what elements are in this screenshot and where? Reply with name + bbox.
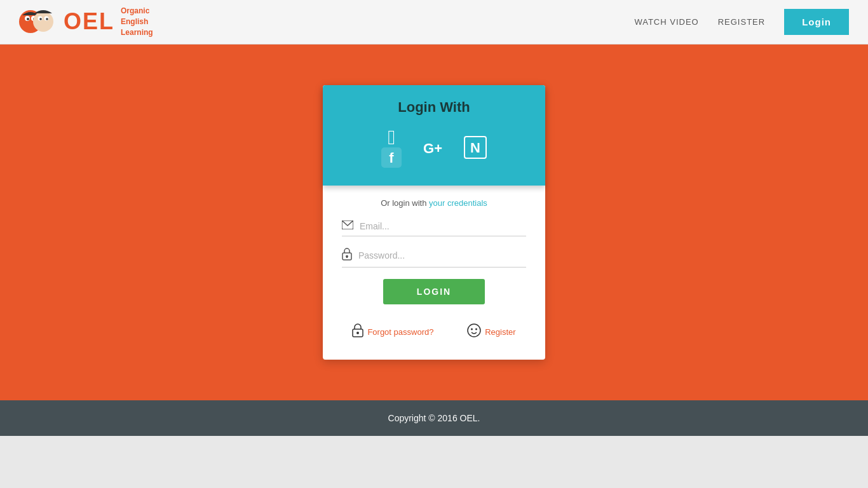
- password-input-row: [342, 248, 526, 268]
- logo-area: OEL Organic English Learning: [19, 6, 153, 37]
- page-footer: Copyright © 2016 OEL.: [0, 400, 868, 436]
- social-header: Login With  f G+: [323, 85, 545, 186]
- lock-icon: [342, 248, 352, 263]
- nav-right: WATCH VIDEO REGISTER Login: [634, 9, 849, 35]
- logo-tagline: Organic English Learning: [121, 6, 153, 37]
- register-link-text: Register: [485, 327, 515, 337]
- facebook-login-button[interactable]:  f: [381, 127, 402, 168]
- watch-video-link[interactable]: WATCH VIDEO: [634, 17, 698, 27]
- social-login-title: Login With: [336, 99, 532, 116]
- login-submit-button[interactable]: LOGIN: [383, 279, 485, 304]
- card-footer-links: Forgot password? Register: [323, 311, 545, 341]
- avatar-icon: [467, 323, 481, 341]
- svg-point-21: [468, 324, 480, 337]
- header: OEL Organic English Learning WATCH VIDEO…: [0, 0, 868, 44]
- copyright-text: Copyright © 2016 OEL.: [388, 413, 480, 423]
- svg-text:N: N: [470, 140, 480, 156]
- credentials-section: Or login with your credentials: [323, 186, 545, 311]
- logo-icon: [19, 6, 57, 37]
- register-link-card[interactable]: Register: [467, 323, 515, 341]
- svg-point-8: [39, 18, 42, 21]
- register-link-header[interactable]: REGISTER: [718, 17, 765, 27]
- main-content: Login With  f G+: [0, 44, 868, 400]
- email-input[interactable]: [360, 221, 526, 231]
- svg-text:G+: G+: [423, 140, 442, 156]
- svg-point-9: [46, 18, 48, 21]
- email-input-row: [342, 220, 526, 236]
- svg-rect-18: [346, 256, 348, 258]
- svg-text:f: f: [389, 150, 394, 166]
- email-icon: [342, 220, 353, 232]
- svg-point-20: [356, 332, 359, 334]
- facebook-icon: : [388, 126, 395, 149]
- logo-text: OEL: [64, 8, 114, 35]
- svg-point-3: [27, 18, 29, 20]
- login-card: Login With  f G+: [323, 85, 545, 360]
- svg-point-23: [475, 329, 477, 330]
- svg-point-22: [471, 329, 473, 330]
- forgot-password-icon: [352, 323, 363, 341]
- n-login-button[interactable]: N: [464, 136, 487, 159]
- google-plus-login-button[interactable]: G+: [421, 137, 445, 158]
- password-input[interactable]: [358, 250, 526, 261]
- or-text: Or login with your credentials: [342, 198, 526, 208]
- social-icons-row:  f G+ N: [336, 127, 532, 168]
- forgot-password-link[interactable]: Forgot password?: [352, 323, 433, 341]
- header-login-button[interactable]: Login: [784, 9, 849, 35]
- svg-point-5: [33, 11, 53, 32]
- forgot-password-text: Forgot password?: [367, 327, 433, 337]
